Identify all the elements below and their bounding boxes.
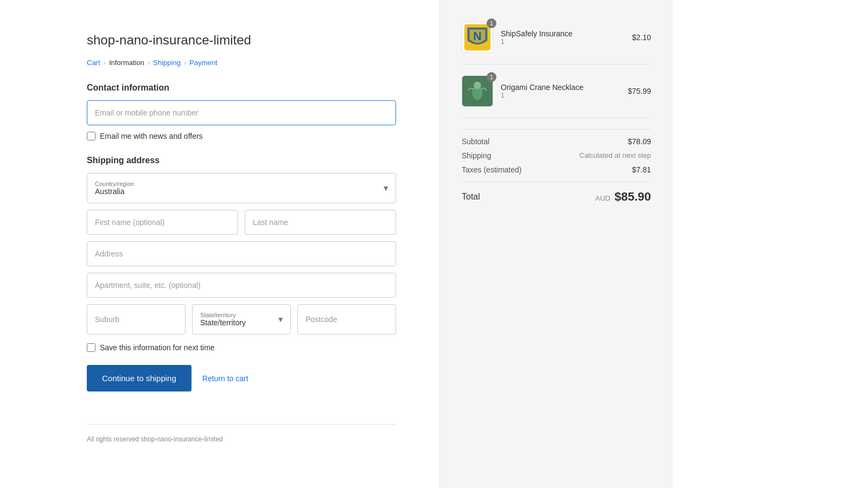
summary-divider-top: [462, 129, 651, 130]
suburb-row: State/territory State/territory ▼ State/…: [87, 304, 396, 335]
subtotal-row: Subtotal $78.09: [462, 137, 651, 146]
total-label: Total: [462, 192, 480, 202]
order-item-shipsafely: N 1 ShipSafely Insurance 1 $2.10: [462, 22, 651, 65]
store-name: shop-nano-insurance-limited: [87, 33, 396, 48]
breadcrumb-sep-2: ›: [148, 59, 150, 67]
right-panel: N 1 ShipSafely Insurance 1 $2.10: [439, 0, 673, 488]
shipping-value: Calculated at next step: [579, 151, 651, 160]
subtotal-value: $78.09: [628, 137, 651, 146]
continue-to-shipping-button[interactable]: Continue to shipping: [87, 365, 192, 391]
taxes-value: $7.81: [632, 165, 651, 174]
contact-section: Contact information Email me with news a…: [87, 83, 396, 140]
shipsafely-price: $2.10: [632, 33, 651, 42]
state-select-wrapper: State/territory State/territory ▼ State/…: [192, 304, 291, 335]
order-item-necklace: 1 Origami Crane Necklace 1 $75.99: [462, 75, 651, 118]
shipsafely-badge: 1: [487, 18, 496, 28]
newsletter-label[interactable]: Email me with news and offers: [100, 132, 203, 140]
breadcrumb-shipping: Shipping: [153, 59, 181, 67]
necklace-badge: 1: [487, 72, 496, 82]
suburb-input[interactable]: [87, 304, 186, 335]
total-row: Total AUD $85.90: [462, 190, 651, 204]
breadcrumb-sep-3: ›: [184, 59, 186, 67]
shipsafely-name: ShipSafely Insurance: [501, 29, 624, 38]
shipsafely-info: ShipSafely Insurance 1: [501, 29, 624, 46]
breadcrumb-information: Information: [109, 59, 144, 67]
svg-text:N: N: [473, 30, 481, 43]
address-input[interactable]: [87, 241, 396, 266]
breadcrumb-payment: Payment: [189, 59, 217, 67]
shipping-section-title: Shipping address: [87, 156, 396, 165]
total-amount: $85.90: [615, 190, 651, 203]
save-info-checkbox[interactable]: [87, 343, 95, 352]
taxes-row: Taxes (estimated) $7.81: [462, 165, 651, 174]
return-to-cart-link[interactable]: Return to cart: [202, 374, 248, 383]
apartment-field: [87, 273, 396, 298]
shipping-section: Shipping address Country/region Australi…: [87, 156, 396, 352]
subtotal-label: Subtotal: [462, 137, 489, 146]
country-field: Country/region Australia ▼ Australia: [87, 173, 396, 203]
breadcrumb-cart[interactable]: Cart: [87, 59, 100, 67]
shipsafely-image-wrap: N 1: [462, 22, 493, 53]
svg-point-5: [474, 82, 481, 89]
first-name-input[interactable]: [87, 210, 238, 235]
necklace-image-wrap: 1: [462, 75, 493, 107]
necklace-sub: 1: [501, 92, 620, 99]
necklace-price: $75.99: [628, 87, 651, 95]
taxes-label: Taxes (estimated): [462, 165, 521, 174]
necklace-name: Origami Crane Necklace: [501, 83, 620, 92]
save-info-row: Save this information for next time: [87, 343, 396, 352]
action-row: Continue to shipping Return to cart: [87, 365, 396, 391]
total-amount-wrap: AUD $85.90: [595, 190, 651, 204]
country-select-wrapper: Country/region Australia ▼ Australia: [87, 173, 396, 203]
apartment-input[interactable]: [87, 273, 396, 298]
shipsafely-sub: 1: [501, 38, 624, 46]
shipping-label: Shipping: [462, 151, 492, 160]
shipping-row: Shipping Calculated at next step: [462, 151, 651, 160]
save-info-label[interactable]: Save this information for next time: [100, 343, 215, 352]
footer: All rights reserved shop-nano-insurance-…: [87, 424, 396, 443]
postcode-input[interactable]: [297, 304, 396, 335]
newsletter-checkbox[interactable]: [87, 132, 95, 140]
newsletter-row: Email me with news and offers: [87, 132, 396, 140]
footer-text: All rights reserved shop-nano-insurance-…: [87, 435, 223, 443]
name-row: [87, 210, 396, 235]
left-panel: shop-nano-insurance-limited Cart › Infor…: [0, 0, 439, 488]
necklace-info: Origami Crane Necklace 1: [501, 83, 620, 99]
address-field: [87, 241, 396, 266]
last-name-input[interactable]: [245, 210, 396, 235]
summary-divider-bottom: [462, 182, 651, 182]
total-currency: AUD: [595, 194, 610, 202]
breadcrumb-sep-1: ›: [104, 59, 106, 67]
contact-section-title: Contact information: [87, 83, 396, 93]
breadcrumb: Cart › Information › Shipping › Payment: [87, 59, 396, 67]
email-input[interactable]: [87, 100, 396, 125]
